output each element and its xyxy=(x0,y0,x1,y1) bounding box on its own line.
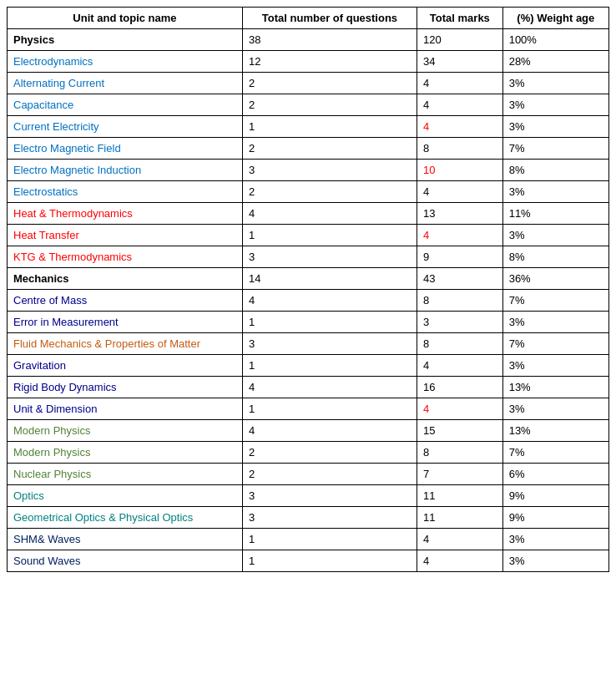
cell-questions: 2 xyxy=(242,73,417,94)
cell-name: Sound Waves xyxy=(8,550,243,572)
cell-name: KTG & Thermodynamics xyxy=(8,246,243,268)
table-row: Modern Physics41513% xyxy=(8,420,609,442)
cell-marks: 3 xyxy=(417,312,503,333)
cell-questions: 3 xyxy=(242,246,417,268)
cell-name: Rigid Body Dynamics xyxy=(8,377,243,398)
table-row: Mechanics144336% xyxy=(8,268,609,290)
cell-questions: 2 xyxy=(242,464,417,485)
cell-questions: 1 xyxy=(242,529,417,550)
cell-name: Unit & Dimension xyxy=(8,398,243,420)
table-row: Fluid Mechanics & Properties of Matter38… xyxy=(8,333,609,355)
cell-marks: 16 xyxy=(417,377,503,398)
cell-questions: 3 xyxy=(242,485,417,507)
cell-weight: 11% xyxy=(502,203,608,225)
cell-weight: 3% xyxy=(502,550,608,572)
cell-weight: 7% xyxy=(502,138,608,160)
cell-name: Electro Magnetic Field xyxy=(8,138,243,160)
table-row: Unit & Dimension143% xyxy=(8,398,609,420)
cell-questions: 38 xyxy=(242,29,417,51)
cell-marks: 4 xyxy=(417,529,503,550)
cell-questions: 1 xyxy=(242,312,417,333)
table-row: Physics38120100% xyxy=(8,29,609,51)
cell-name: Error in Measurement xyxy=(8,312,243,333)
cell-questions: 4 xyxy=(242,290,417,312)
cell-questions: 2 xyxy=(242,138,417,160)
cell-marks: 43 xyxy=(417,268,503,290)
cell-weight: 3% xyxy=(502,312,608,333)
cell-questions: 4 xyxy=(242,203,417,225)
cell-name: Alternating Current xyxy=(8,73,243,94)
cell-name: Centre of Mass xyxy=(8,290,243,312)
cell-marks: 15 xyxy=(417,420,503,442)
cell-questions: 1 xyxy=(242,355,417,377)
cell-weight: 28% xyxy=(502,51,608,73)
cell-weight: 3% xyxy=(502,398,608,420)
table-row: Heat & Thermodynamics41311% xyxy=(8,203,609,225)
cell-name: Electrodynamics xyxy=(8,51,243,73)
cell-marks: 13 xyxy=(417,203,503,225)
cell-weight: 3% xyxy=(502,73,608,94)
cell-marks: 4 xyxy=(417,550,503,572)
cell-marks: 8 xyxy=(417,290,503,312)
cell-weight: 7% xyxy=(502,442,608,464)
col-header-name: Unit and topic name xyxy=(8,8,243,29)
cell-name: Current Electricity xyxy=(8,116,243,138)
cell-name: Nuclear Physics xyxy=(8,464,243,485)
cell-questions: 1 xyxy=(242,116,417,138)
cell-questions: 14 xyxy=(242,268,417,290)
cell-marks: 4 xyxy=(417,116,503,138)
cell-marks: 4 xyxy=(417,355,503,377)
cell-weight: 3% xyxy=(502,529,608,550)
table-row: Rigid Body Dynamics41613% xyxy=(8,377,609,398)
table-row: Current Electricity143% xyxy=(8,116,609,138)
cell-questions: 2 xyxy=(242,442,417,464)
cell-questions: 3 xyxy=(242,507,417,529)
cell-weight: 100% xyxy=(502,29,608,51)
cell-questions: 12 xyxy=(242,51,417,73)
table-row: SHM& Waves143% xyxy=(8,529,609,550)
cell-marks: 8 xyxy=(417,333,503,355)
cell-weight: 3% xyxy=(502,181,608,203)
cell-marks: 4 xyxy=(417,73,503,94)
table-row: Electrostatics243% xyxy=(8,181,609,203)
table-row: Centre of Mass487% xyxy=(8,290,609,312)
cell-marks: 8 xyxy=(417,138,503,160)
col-header-questions: Total number of questions xyxy=(242,8,417,29)
cell-marks: 4 xyxy=(417,398,503,420)
cell-name: Capacitance xyxy=(8,94,243,116)
cell-marks: 4 xyxy=(417,181,503,203)
cell-weight: 3% xyxy=(502,225,608,246)
table-row: Sound Waves143% xyxy=(8,550,609,572)
col-header-marks: Total marks xyxy=(417,8,503,29)
cell-name: Geometrical Optics & Physical Optics xyxy=(8,507,243,529)
cell-questions: 2 xyxy=(242,94,417,116)
cell-marks: 34 xyxy=(417,51,503,73)
cell-questions: 3 xyxy=(242,333,417,355)
cell-questions: 1 xyxy=(242,225,417,246)
cell-name: Electrostatics xyxy=(8,181,243,203)
cell-name: Electro Magnetic Induction xyxy=(8,160,243,181)
cell-questions: 4 xyxy=(242,420,417,442)
cell-marks: 9 xyxy=(417,246,503,268)
cell-weight: 3% xyxy=(502,116,608,138)
cell-weight: 36% xyxy=(502,268,608,290)
table-row: Error in Measurement133% xyxy=(8,312,609,333)
cell-weight: 9% xyxy=(502,507,608,529)
table-row: Electro Magnetic Field287% xyxy=(8,138,609,160)
table-header-row: Unit and topic name Total number of ques… xyxy=(8,8,609,29)
table-row: Modern Physics287% xyxy=(8,442,609,464)
cell-name: Modern Physics xyxy=(8,420,243,442)
cell-questions: 1 xyxy=(242,550,417,572)
cell-name: Heat Transfer xyxy=(8,225,243,246)
cell-name: Gravitation xyxy=(8,355,243,377)
cell-name: Fluid Mechanics & Properties of Matter xyxy=(8,333,243,355)
cell-marks: 4 xyxy=(417,94,503,116)
cell-weight: 6% xyxy=(502,464,608,485)
cell-marks: 8 xyxy=(417,442,503,464)
cell-weight: 9% xyxy=(502,485,608,507)
cell-questions: 3 xyxy=(242,160,417,181)
cell-name: Heat & Thermodynamics xyxy=(8,203,243,225)
table-row: Optics3119% xyxy=(8,485,609,507)
cell-name: Optics xyxy=(8,485,243,507)
cell-weight: 8% xyxy=(502,246,608,268)
